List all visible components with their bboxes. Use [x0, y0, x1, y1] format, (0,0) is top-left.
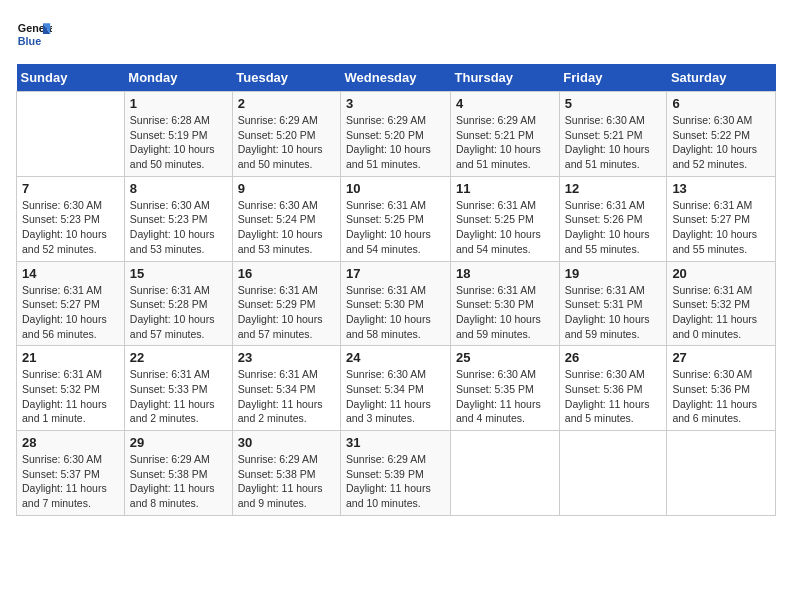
calendar-cell: 19Sunrise: 6:31 AM Sunset: 5:31 PM Dayli…	[559, 261, 667, 346]
day-number: 23	[238, 350, 335, 365]
calendar-cell: 28Sunrise: 6:30 AM Sunset: 5:37 PM Dayli…	[17, 431, 125, 516]
day-number: 25	[456, 350, 554, 365]
day-info: Sunrise: 6:29 AM Sunset: 5:20 PM Dayligh…	[346, 113, 445, 172]
calendar-cell: 17Sunrise: 6:31 AM Sunset: 5:30 PM Dayli…	[341, 261, 451, 346]
day-info: Sunrise: 6:31 AM Sunset: 5:27 PM Dayligh…	[672, 198, 770, 257]
calendar-cell: 15Sunrise: 6:31 AM Sunset: 5:28 PM Dayli…	[124, 261, 232, 346]
calendar-cell: 10Sunrise: 6:31 AM Sunset: 5:25 PM Dayli…	[341, 176, 451, 261]
logo: General Blue	[16, 16, 56, 52]
day-number: 17	[346, 266, 445, 281]
day-number: 16	[238, 266, 335, 281]
day-number: 13	[672, 181, 770, 196]
day-number: 27	[672, 350, 770, 365]
calendar-cell	[559, 431, 667, 516]
calendar-cell: 6Sunrise: 6:30 AM Sunset: 5:22 PM Daylig…	[667, 92, 776, 177]
calendar-cell: 24Sunrise: 6:30 AM Sunset: 5:34 PM Dayli…	[341, 346, 451, 431]
day-info: Sunrise: 6:30 AM Sunset: 5:23 PM Dayligh…	[130, 198, 227, 257]
day-number: 15	[130, 266, 227, 281]
day-info: Sunrise: 6:31 AM Sunset: 5:30 PM Dayligh…	[346, 283, 445, 342]
header-monday: Monday	[124, 64, 232, 92]
calendar-cell: 2Sunrise: 6:29 AM Sunset: 5:20 PM Daylig…	[232, 92, 340, 177]
calendar-cell: 11Sunrise: 6:31 AM Sunset: 5:25 PM Dayli…	[451, 176, 560, 261]
day-number: 14	[22, 266, 119, 281]
calendar-cell: 3Sunrise: 6:29 AM Sunset: 5:20 PM Daylig…	[341, 92, 451, 177]
day-info: Sunrise: 6:30 AM Sunset: 5:37 PM Dayligh…	[22, 452, 119, 511]
calendar-cell: 12Sunrise: 6:31 AM Sunset: 5:26 PM Dayli…	[559, 176, 667, 261]
calendar-week-4: 21Sunrise: 6:31 AM Sunset: 5:32 PM Dayli…	[17, 346, 776, 431]
header-sunday: Sunday	[17, 64, 125, 92]
svg-text:Blue: Blue	[18, 35, 41, 47]
day-info: Sunrise: 6:28 AM Sunset: 5:19 PM Dayligh…	[130, 113, 227, 172]
calendar-cell: 8Sunrise: 6:30 AM Sunset: 5:23 PM Daylig…	[124, 176, 232, 261]
day-info: Sunrise: 6:31 AM Sunset: 5:26 PM Dayligh…	[565, 198, 662, 257]
calendar-cell: 5Sunrise: 6:30 AM Sunset: 5:21 PM Daylig…	[559, 92, 667, 177]
day-number: 19	[565, 266, 662, 281]
day-number: 11	[456, 181, 554, 196]
day-number: 9	[238, 181, 335, 196]
calendar-table: SundayMondayTuesdayWednesdayThursdayFrid…	[16, 64, 776, 516]
day-info: Sunrise: 6:30 AM Sunset: 5:21 PM Dayligh…	[565, 113, 662, 172]
calendar-cell	[17, 92, 125, 177]
day-number: 26	[565, 350, 662, 365]
day-number: 28	[22, 435, 119, 450]
logo-icon: General Blue	[16, 16, 52, 52]
day-number: 6	[672, 96, 770, 111]
calendar-cell: 4Sunrise: 6:29 AM Sunset: 5:21 PM Daylig…	[451, 92, 560, 177]
day-number: 10	[346, 181, 445, 196]
calendar-cell: 7Sunrise: 6:30 AM Sunset: 5:23 PM Daylig…	[17, 176, 125, 261]
calendar-cell: 30Sunrise: 6:29 AM Sunset: 5:38 PM Dayli…	[232, 431, 340, 516]
day-number: 29	[130, 435, 227, 450]
day-info: Sunrise: 6:31 AM Sunset: 5:30 PM Dayligh…	[456, 283, 554, 342]
day-info: Sunrise: 6:29 AM Sunset: 5:21 PM Dayligh…	[456, 113, 554, 172]
day-number: 12	[565, 181, 662, 196]
header-wednesday: Wednesday	[341, 64, 451, 92]
calendar-cell: 23Sunrise: 6:31 AM Sunset: 5:34 PM Dayli…	[232, 346, 340, 431]
day-info: Sunrise: 6:30 AM Sunset: 5:36 PM Dayligh…	[565, 367, 662, 426]
day-number: 2	[238, 96, 335, 111]
calendar-cell: 1Sunrise: 6:28 AM Sunset: 5:19 PM Daylig…	[124, 92, 232, 177]
day-number: 31	[346, 435, 445, 450]
calendar-cell: 20Sunrise: 6:31 AM Sunset: 5:32 PM Dayli…	[667, 261, 776, 346]
day-info: Sunrise: 6:30 AM Sunset: 5:34 PM Dayligh…	[346, 367, 445, 426]
day-info: Sunrise: 6:30 AM Sunset: 5:22 PM Dayligh…	[672, 113, 770, 172]
day-number: 22	[130, 350, 227, 365]
calendar-week-3: 14Sunrise: 6:31 AM Sunset: 5:27 PM Dayli…	[17, 261, 776, 346]
day-info: Sunrise: 6:31 AM Sunset: 5:33 PM Dayligh…	[130, 367, 227, 426]
day-info: Sunrise: 6:29 AM Sunset: 5:38 PM Dayligh…	[130, 452, 227, 511]
header-saturday: Saturday	[667, 64, 776, 92]
day-number: 4	[456, 96, 554, 111]
day-number: 7	[22, 181, 119, 196]
day-number: 24	[346, 350, 445, 365]
day-info: Sunrise: 6:31 AM Sunset: 5:34 PM Dayligh…	[238, 367, 335, 426]
day-info: Sunrise: 6:31 AM Sunset: 5:31 PM Dayligh…	[565, 283, 662, 342]
calendar-cell: 13Sunrise: 6:31 AM Sunset: 5:27 PM Dayli…	[667, 176, 776, 261]
calendar-week-2: 7Sunrise: 6:30 AM Sunset: 5:23 PM Daylig…	[17, 176, 776, 261]
calendar-cell	[451, 431, 560, 516]
calendar-cell: 9Sunrise: 6:30 AM Sunset: 5:24 PM Daylig…	[232, 176, 340, 261]
calendar-cell: 26Sunrise: 6:30 AM Sunset: 5:36 PM Dayli…	[559, 346, 667, 431]
calendar-cell	[667, 431, 776, 516]
calendar-cell: 22Sunrise: 6:31 AM Sunset: 5:33 PM Dayli…	[124, 346, 232, 431]
day-info: Sunrise: 6:29 AM Sunset: 5:38 PM Dayligh…	[238, 452, 335, 511]
day-number: 1	[130, 96, 227, 111]
calendar-cell: 21Sunrise: 6:31 AM Sunset: 5:32 PM Dayli…	[17, 346, 125, 431]
calendar-week-1: 1Sunrise: 6:28 AM Sunset: 5:19 PM Daylig…	[17, 92, 776, 177]
calendar-week-5: 28Sunrise: 6:30 AM Sunset: 5:37 PM Dayli…	[17, 431, 776, 516]
calendar-cell: 27Sunrise: 6:30 AM Sunset: 5:36 PM Dayli…	[667, 346, 776, 431]
day-info: Sunrise: 6:30 AM Sunset: 5:23 PM Dayligh…	[22, 198, 119, 257]
calendar-cell: 25Sunrise: 6:30 AM Sunset: 5:35 PM Dayli…	[451, 346, 560, 431]
calendar-cell: 14Sunrise: 6:31 AM Sunset: 5:27 PM Dayli…	[17, 261, 125, 346]
day-info: Sunrise: 6:31 AM Sunset: 5:25 PM Dayligh…	[346, 198, 445, 257]
day-info: Sunrise: 6:29 AM Sunset: 5:20 PM Dayligh…	[238, 113, 335, 172]
day-number: 21	[22, 350, 119, 365]
day-info: Sunrise: 6:31 AM Sunset: 5:32 PM Dayligh…	[672, 283, 770, 342]
day-info: Sunrise: 6:31 AM Sunset: 5:29 PM Dayligh…	[238, 283, 335, 342]
day-number: 3	[346, 96, 445, 111]
day-number: 5	[565, 96, 662, 111]
day-info: Sunrise: 6:31 AM Sunset: 5:25 PM Dayligh…	[456, 198, 554, 257]
calendar-cell: 18Sunrise: 6:31 AM Sunset: 5:30 PM Dayli…	[451, 261, 560, 346]
day-info: Sunrise: 6:29 AM Sunset: 5:39 PM Dayligh…	[346, 452, 445, 511]
header-thursday: Thursday	[451, 64, 560, 92]
day-number: 20	[672, 266, 770, 281]
day-number: 8	[130, 181, 227, 196]
